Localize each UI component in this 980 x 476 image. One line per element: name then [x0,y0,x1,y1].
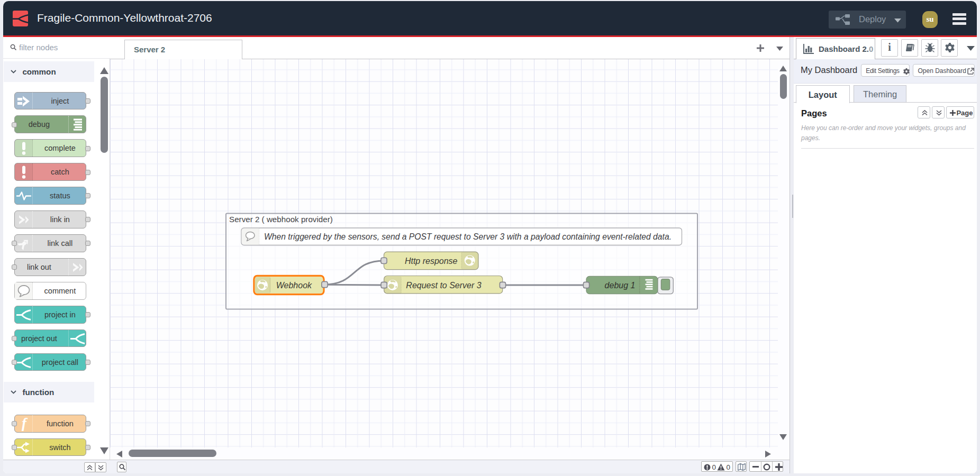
svg-text:Http response: Http response [405,256,458,265]
svg-text:Webhook: Webhook [276,280,312,289]
svg-text:Server 2 ( webhook provider): Server 2 ( webhook provider) [229,214,333,223]
svg-text:When triggered by the sensors,: When triggered by the sensors, send a PO… [264,232,672,241]
svg-text:Request to Server 3: Request to Server 3 [406,280,481,289]
svg-text:debug 1: debug 1 [605,280,636,289]
